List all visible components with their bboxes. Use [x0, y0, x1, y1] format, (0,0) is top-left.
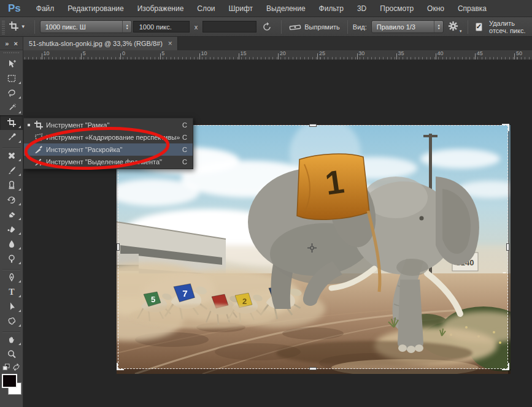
history-brush-tool-button[interactable]	[0, 192, 23, 207]
canvas-pasteboard[interactable]: 3140	[23, 60, 532, 407]
tool-preset-picker[interactable]: ▼	[7, 21, 29, 32]
brush-icon	[7, 165, 17, 175]
move-tool-button[interactable]	[0, 56, 23, 71]
close-tab-icon[interactable]: ×	[168, 40, 172, 47]
paint-bucket-tool-button[interactable]	[0, 222, 23, 237]
clone-stamp-tool-button[interactable]	[0, 178, 23, 192]
eraser-icon	[7, 210, 17, 219]
flyout-item-shortcut: C	[182, 146, 187, 153]
ruler-label: 30	[358, 50, 364, 56]
crop-handle-bottom-left[interactable]	[117, 363, 124, 370]
dimension-separator: x	[191, 23, 202, 31]
blur-tool-button[interactable]	[0, 237, 23, 251]
rectangular-marquee-tool-button[interactable]	[0, 71, 23, 86]
divider	[347, 20, 348, 34]
overlay-view-dropdown[interactable]: Правило 1/3 ▲▼	[371, 20, 444, 33]
flyout-indicator-icon	[18, 203, 21, 205]
menu-8[interactable]: 3D	[350, 0, 373, 17]
crop-tool-item[interactable]: Инструмент "Рамка"C	[24, 119, 193, 131]
shape-icon	[7, 316, 17, 326]
crop-center-pivot-icon[interactable]	[307, 243, 317, 253]
menu-10[interactable]: Окно	[420, 0, 451, 17]
ruler-label: 10	[44, 50, 50, 56]
menu-3[interactable]: Изображение	[131, 0, 191, 17]
crop-tool-button[interactable]	[0, 115, 23, 130]
foreground-color-swatch[interactable]	[2, 374, 17, 388]
eyedropper-tool-button[interactable]	[0, 130, 23, 145]
eraser-tool-button[interactable]	[0, 207, 23, 222]
flyout-indicator-icon	[18, 280, 21, 283]
document-tab[interactable]: 51-shutka-slon-gonki.jpg @ 33,3% (RGB/8#…	[23, 37, 178, 50]
menu-4[interactable]: Слои	[190, 0, 222, 17]
straighten-button[interactable]: Выпрямить	[287, 23, 342, 31]
svg-text:T: T	[9, 287, 15, 297]
crop-handle-top-right[interactable]	[502, 124, 509, 131]
magic-wand-tool-button[interactable]	[0, 101, 23, 115]
rotate-icon	[261, 21, 272, 32]
menu-6[interactable]: Выделение	[260, 0, 312, 17]
crop-icon	[9, 21, 19, 32]
crop-preset-dropdown[interactable]: 1000 пикс. Ш ▲▼	[40, 20, 132, 33]
menu-2[interactable]: Редактирование	[61, 0, 130, 17]
panel-header: » ×	[0, 37, 23, 50]
type-tool-button[interactable]: T	[0, 284, 23, 299]
delete-cropped-pixels-toggle[interactable]: ✓ Удалить отсеч. пикс.	[473, 20, 532, 34]
wand-icon	[7, 103, 17, 113]
horizontal-ruler[interactable]: 10505101520253035404550	[23, 50, 532, 60]
menu-1[interactable]: Файл	[29, 0, 61, 17]
collapse-panel-icon[interactable]: »	[5, 37, 9, 50]
menu-7[interactable]: Фильтр	[312, 0, 350, 17]
perspective-crop-tool-item[interactable]: Инструмент «Кадрирование перспективы»C	[24, 131, 193, 143]
ruler-label: 5	[161, 50, 164, 56]
crop-handle-right[interactable]	[506, 243, 509, 251]
pen-tool-button[interactable]	[0, 270, 23, 284]
toolbar-grip[interactable]	[4, 51, 19, 56]
flyout-indicator-icon	[18, 310, 21, 312]
crop-handle-left[interactable]	[117, 243, 120, 251]
swap-colors-icon[interactable]	[12, 362, 20, 373]
slice-tool-item[interactable]: Инструмент "Раскройка"C	[24, 143, 193, 156]
flyout-indicator-icon	[18, 343, 21, 345]
flyout-indicator-icon	[18, 262, 21, 264]
flyout-indicator-icon	[18, 159, 21, 161]
crop-height-field[interactable]	[202, 21, 256, 32]
crop-width-value: 1000 пикс.	[139, 23, 172, 31]
type-icon: T	[7, 287, 17, 297]
hand-tool-button[interactable]	[0, 332, 23, 347]
brush-tool-button[interactable]	[0, 163, 23, 178]
divider	[281, 20, 282, 34]
path-selection-tool-button[interactable]	[0, 299, 23, 314]
menu-11[interactable]: Справка	[451, 0, 493, 17]
ruler-label: 0	[122, 50, 125, 56]
options-bar-grip[interactable]	[2, 20, 5, 34]
crop-options-button[interactable]: ▼	[444, 20, 463, 33]
menu-9[interactable]: Просмотр	[373, 0, 420, 17]
flyout-indicator-icon	[18, 173, 21, 176]
document-tab-bar: 51-shutka-slon-gonki.jpg @ 33,3% (RGB/8#…	[23, 37, 532, 50]
slice-select-tool-item[interactable]: Инструмент "Выделение фрагмента"C	[24, 156, 193, 168]
straighten-icon	[289, 23, 301, 31]
flyout-indicator-icon	[18, 111, 21, 113]
spinner-arrows-icon: ▲▼	[122, 21, 131, 32]
dodge-tool-button[interactable]	[0, 251, 23, 266]
menu-5[interactable]: Шрифт	[222, 0, 260, 17]
chevron-down-icon: ▼	[21, 24, 26, 29]
lasso-tool-button[interactable]	[0, 86, 23, 101]
flyout-indicator-icon	[18, 247, 21, 249]
flyout-item-shortcut: C	[182, 121, 187, 129]
close-panel-icon[interactable]: ×	[13, 37, 17, 50]
crop-handle-bottom-right[interactable]	[502, 363, 509, 370]
zoom-tool-button[interactable]	[0, 347, 23, 362]
crop-handle-top[interactable]	[309, 124, 317, 127]
healing-brush-tool-button[interactable]	[0, 148, 23, 163]
checkbox-checked-icon[interactable]: ✓	[476, 23, 482, 31]
crop-handle-bottom[interactable]	[309, 367, 317, 370]
flyout-indicator-icon	[18, 218, 21, 220]
current-tool-bullet	[28, 124, 34, 126]
crop-width-field[interactable]: 1000 пикс.	[133, 21, 190, 32]
custom-shape-tool-button[interactable]	[0, 314, 23, 329]
swap-dimensions-button[interactable]	[258, 21, 276, 32]
default-colors-icon[interactable]	[2, 362, 10, 373]
gear-icon	[447, 20, 459, 32]
marquee-icon	[7, 74, 17, 83]
